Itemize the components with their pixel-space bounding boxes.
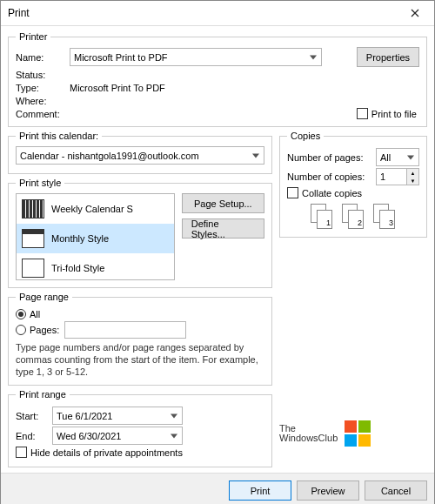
style-label: Monthly Style bbox=[51, 233, 109, 244]
collate-label: Collate copies bbox=[302, 188, 362, 198]
num-pages-label: Number of pages: bbox=[287, 152, 371, 163]
print-button[interactable]: Print bbox=[229, 480, 291, 501]
page-icon: 2 bbox=[348, 210, 364, 229]
style-item-trifold[interactable]: Tri-fold Style bbox=[17, 253, 174, 280]
preview-button[interactable]: Preview bbox=[297, 480, 359, 501]
hide-details-checkbox[interactable]: Hide details of private appointments bbox=[16, 447, 183, 458]
end-date-select[interactable]: Wed 6/30/2021 bbox=[52, 427, 183, 445]
radio-icon bbox=[16, 325, 26, 335]
comment-label: Comment: bbox=[16, 109, 70, 119]
close-icon bbox=[411, 9, 419, 17]
trifold-icon bbox=[22, 259, 44, 278]
calendar-icon bbox=[22, 229, 44, 248]
copies-legend: Copies bbox=[287, 131, 324, 141]
collate-checkbox[interactable]: Collate copies bbox=[287, 187, 362, 198]
type-label: Type: bbox=[16, 83, 70, 93]
all-label: All bbox=[30, 309, 40, 319]
hide-details-label: Hide details of private appointments bbox=[30, 447, 183, 458]
chevron-up-icon: ▲ bbox=[407, 169, 418, 177]
copies-spinner[interactable]: ▲▼ bbox=[407, 168, 419, 185]
checkbox-icon bbox=[287, 187, 298, 198]
print-style-legend: Print style bbox=[16, 178, 64, 188]
pages-label: Pages: bbox=[30, 325, 59, 335]
style-label: Tri-fold Style bbox=[51, 263, 104, 273]
page-range-pages-radio[interactable]: Pages: bbox=[16, 325, 59, 335]
page-setup-button[interactable]: Page Setup... bbox=[182, 193, 264, 213]
where-label: Where: bbox=[16, 96, 70, 106]
page-range-group: Page range All Pages: Type page numbers … bbox=[8, 292, 272, 386]
chevron-down-icon: ▼ bbox=[407, 177, 418, 185]
calendar-select[interactable]: Calendar - nishantgola1991@outlook.com bbox=[16, 146, 264, 165]
type-value: Microsoft Print To PDF bbox=[70, 83, 357, 93]
checkbox-icon bbox=[357, 108, 368, 119]
page-range-all-radio[interactable]: All bbox=[16, 309, 40, 319]
pages-input[interactable] bbox=[64, 321, 186, 339]
name-label: Name: bbox=[16, 52, 70, 63]
properties-button[interactable]: Properties bbox=[357, 47, 419, 67]
printer-legend: Printer bbox=[16, 31, 50, 42]
dialog-footer: Print Preview Cancel bbox=[1, 473, 434, 504]
page-range-legend: Page range bbox=[16, 292, 72, 302]
start-label: Start: bbox=[16, 411, 47, 421]
status-label: Status: bbox=[16, 70, 70, 80]
titlebar: Print bbox=[1, 1, 434, 26]
close-button[interactable] bbox=[398, 1, 432, 25]
style-item-monthly[interactable]: Monthly Style bbox=[17, 224, 174, 253]
style-item-weekly[interactable]: Weekly Calendar S bbox=[17, 194, 174, 224]
print-style-list[interactable]: Weekly Calendar S Monthly Style Tri-fold… bbox=[16, 193, 175, 280]
page-range-help: Type page numbers and/or page ranges sep… bbox=[16, 342, 264, 378]
page-icon: 1 bbox=[317, 210, 332, 229]
page-icon: 3 bbox=[379, 210, 395, 229]
cancel-button[interactable]: Cancel bbox=[365, 480, 427, 501]
printer-name-select[interactable]: Microsoft Print to PDF bbox=[70, 48, 322, 66]
print-range-legend: Print range bbox=[16, 389, 70, 400]
watermark: The WindowsClub bbox=[279, 420, 427, 447]
copies-group: Copies Number of pages: All Number of co… bbox=[279, 131, 427, 238]
num-copies-label: Number of copies: bbox=[287, 171, 371, 182]
end-label: End: bbox=[16, 431, 47, 441]
radio-icon bbox=[16, 309, 26, 319]
window-title: Print bbox=[8, 7, 398, 19]
watermark-text: The WindowsClub bbox=[279, 424, 338, 444]
windows-flag-icon bbox=[345, 420, 371, 447]
collate-preview: 11 22 33 bbox=[287, 204, 419, 230]
style-label: Weekly Calendar S bbox=[51, 204, 133, 214]
print-style-group: Print style Weekly Calendar S Monthly St… bbox=[8, 178, 272, 288]
calendar-icon bbox=[22, 199, 44, 218]
printer-group: Printer Name: Microsoft Print to PDF Pro… bbox=[8, 31, 427, 127]
checkbox-icon bbox=[16, 447, 27, 458]
num-copies-input[interactable] bbox=[376, 168, 407, 185]
define-styles-button[interactable]: Define Styles... bbox=[182, 218, 264, 239]
print-dialog: Print Printer Name: Microsoft Print to P… bbox=[0, 0, 435, 504]
print-to-file-checkbox[interactable]: Print to file bbox=[357, 108, 419, 119]
start-date-select[interactable]: Tue 6/1/2021 bbox=[52, 407, 183, 425]
print-this-calendar-group: Print this calendar: Calendar - nishantg… bbox=[8, 131, 272, 174]
print-range-group: Print range Start: Tue 6/1/2021 End: Wed… bbox=[8, 389, 272, 467]
num-pages-select[interactable]: All bbox=[376, 148, 419, 166]
print-to-file-label: Print to file bbox=[371, 109, 417, 119]
calendar-legend: Print this calendar: bbox=[16, 131, 102, 141]
